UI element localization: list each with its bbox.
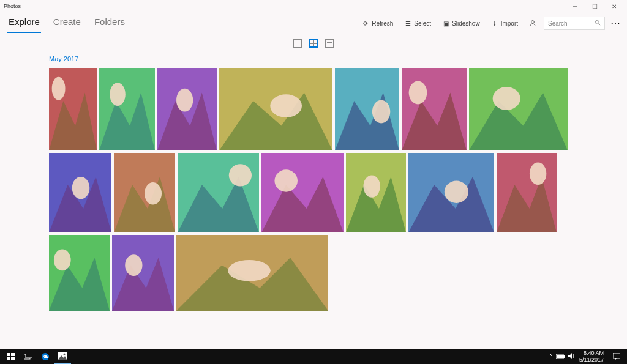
refresh-label: Refresh [372,20,393,27]
svg-point-32 [229,164,252,186]
svg-point-14 [270,94,302,117]
photo-person-mountain-pose[interactable] [49,153,111,232]
photo-grid-content: May 2017 [0,50,627,349]
maximize-button[interactable]: ☐ [585,1,604,12]
svg-rect-56 [7,357,10,360]
photo-two-kids-restaurant[interactable] [49,68,97,150]
clock-date: 5/11/2017 [579,357,604,363]
app-title: Photos [4,3,21,9]
view-mode-grid[interactable] [309,39,318,48]
refresh-icon: ⟳ [362,20,369,27]
photos-app-window: Photos ─ ☐ ✕ Explore Create Folders ⟳ Re… [0,0,627,349]
system-clock[interactable]: 8:40 AM 5/11/2017 [579,350,606,363]
svg-point-0 [531,21,535,24]
more-options-button[interactable]: ⋯ [609,17,622,30]
slideshow-icon: ▣ [442,20,449,27]
svg-point-63 [64,354,66,355]
import-button[interactable]: ⭳ Import [487,18,522,29]
toolbar: Explore Create Folders ⟳ Refresh ☰ Selec… [0,12,627,34]
svg-point-8 [110,83,125,106]
photo-boy-blue-shirt-portrait[interactable] [408,153,494,232]
select-button[interactable]: ☰ Select [400,18,435,29]
svg-marker-69 [615,358,617,360]
user-icon [529,20,536,27]
svg-point-17 [372,100,390,124]
tray-battery-icon[interactable] [556,354,565,360]
svg-point-50 [125,254,142,276]
svg-point-47 [54,250,71,271]
svg-point-29 [145,182,162,204]
svg-point-26 [72,177,90,199]
svg-point-23 [493,87,520,110]
svg-line-2 [599,24,601,26]
action-center-button[interactable] [610,349,623,364]
photo-girl-blue-jacket-trees[interactable] [114,153,175,232]
svg-point-38 [363,175,380,197]
search-icon [595,20,601,27]
view-mode-single[interactable] [293,39,302,48]
photo-stone-archway[interactable] [497,153,557,232]
photo-two-kids-drinks-selfie[interactable] [261,153,344,232]
photo-kids-fountain[interactable] [49,235,110,311]
svg-rect-55 [11,353,15,356]
photo-kids-playground[interactable] [99,68,155,150]
view-mode-list[interactable] [325,39,334,48]
svg-point-11 [176,89,193,112]
photo-archery-lawn[interactable] [112,235,174,311]
svg-rect-65 [563,355,565,358]
svg-point-35 [274,169,298,191]
svg-point-20 [409,81,427,105]
svg-point-44 [530,163,546,185]
taskbar-edge[interactable] [37,349,54,364]
view-mode-bar [0,34,627,50]
svg-rect-68 [613,353,620,358]
tray-volume-icon[interactable] [568,353,576,360]
user-button[interactable] [525,18,540,29]
import-label: Import [501,20,518,27]
svg-point-41 [445,181,468,203]
search-placeholder: Search [548,20,568,27]
svg-point-5 [52,77,66,100]
photo-mom-kid-hug[interactable] [346,153,406,232]
taskbar-photos[interactable] [54,349,71,364]
svg-rect-57 [11,357,15,360]
date-group-header[interactable]: May 2017 [49,55,78,64]
photo-row [49,235,578,311]
photo-kids-excited-vr[interactable] [219,68,332,150]
search-input[interactable]: Search [544,17,605,30]
start-button[interactable] [2,349,20,364]
svg-point-1 [595,20,599,24]
photo-row [49,153,578,232]
close-button[interactable]: ✕ [605,1,623,12]
photo-two-women-wine-selfie[interactable] [178,153,259,232]
svg-rect-59 [26,354,32,358]
photo-two-kids-couch[interactable] [157,68,217,150]
svg-marker-67 [568,353,572,359]
task-view-button[interactable] [20,349,37,364]
photo-kid-vr-tshirt[interactable] [335,68,399,150]
photo-two-girls-park-lake[interactable] [176,235,328,311]
tray-chevron-up-icon[interactable]: ˄ [549,354,552,360]
svg-rect-54 [7,353,10,356]
tab-explore[interactable]: Explore [7,14,41,33]
photo-row [49,68,578,150]
slideshow-label: Slideshow [452,20,480,27]
minimize-button[interactable]: ─ [566,1,584,12]
refresh-button[interactable]: ⟳ Refresh [358,18,397,29]
photo-skiers-selfie-goggles[interactable] [469,68,568,150]
slideshow-button[interactable]: ▣ Slideshow [438,18,484,29]
svg-point-53 [228,260,270,281]
tab-create[interactable]: Create [52,14,82,33]
import-icon: ⭳ [491,20,498,27]
select-label: Select [414,20,431,27]
svg-rect-66 [557,355,563,358]
title-bar: Photos ─ ☐ ✕ [0,0,627,12]
tab-folders[interactable]: Folders [93,14,126,33]
clock-time: 8:40 AM [579,350,604,357]
windows-taskbar: ˄ 8:40 AM 5/11/2017 [0,349,627,364]
select-icon: ☰ [404,20,411,27]
photo-two-skiers-goggles[interactable] [402,68,467,150]
